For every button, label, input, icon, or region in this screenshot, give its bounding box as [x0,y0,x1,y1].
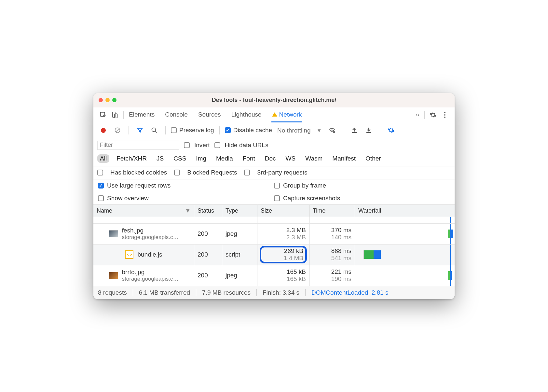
tab-console[interactable]: Console [164,108,188,122]
blocked-requests-label: Blocked Requests [187,169,237,176]
svg-point-4 [444,114,445,116]
truncated-row [93,217,455,224]
filter-input[interactable] [97,141,179,150]
cell-waterfall [355,245,455,265]
footer-resources: 7.9 MB resources [202,289,251,296]
group-by-frame-checkbox[interactable] [274,183,280,189]
svg-point-3 [444,112,445,113]
show-overview-label: Show overview [107,195,149,202]
filter-bar: Invert Hide data URLs [93,138,455,152]
column-status[interactable]: Status [194,205,222,217]
cell-size: 2.3 MB2.3 MB [257,224,309,244]
filter-type-wasm[interactable]: Wasm [303,154,325,163]
column-name[interactable]: Name▼ [93,205,194,217]
footer-finish: Finish: 3.34 s [263,289,299,296]
warning-icon [272,112,277,117]
tab-network[interactable]: Network [271,108,303,122]
download-har-icon[interactable] [363,124,375,136]
large-rows-label: Use large request rows [107,182,171,189]
filter-type-ws[interactable]: WS [283,154,298,163]
search-icon[interactable] [148,124,160,136]
image-thumbnail [109,230,118,237]
settings-icon[interactable] [427,109,439,121]
filter-type-doc[interactable]: Doc [262,154,279,163]
tab-sources[interactable]: Sources [198,108,222,122]
filter-type-all[interactable]: All [97,154,109,163]
table-row[interactable]: < >bundle.js200script269 kB1.4 MB868 ms5… [93,245,455,265]
filter-type-fetchxhr[interactable]: Fetch/XHR [114,154,149,163]
cell-waterfall [355,224,455,244]
group-by-frame-label: Group by frame [283,182,326,189]
inspect-element-icon[interactable] [97,109,109,121]
svg-rect-10 [366,132,371,133]
request-domain: storage.googleapis.c… [122,276,179,282]
close-window-button[interactable] [99,98,103,102]
panel-tabbar: ElementsConsoleSourcesLighthouseNetwork … [93,107,455,123]
column-waterfall[interactable]: Waterfall [355,205,455,217]
more-tabs-button[interactable]: » [413,108,422,122]
device-toolbar-icon[interactable] [109,109,121,121]
invert-checkbox[interactable] [184,142,190,148]
script-file-icon: < > [125,250,133,259]
image-thumbnail [109,272,118,279]
cell-waterfall [355,265,455,286]
filter-icon[interactable] [134,124,146,136]
tab-elements[interactable]: Elements [128,108,155,122]
cell-time: 868 ms541 ms [309,245,355,265]
footer-transferred: 6.1 MB transferred [139,289,190,296]
titlebar: DevTools - foul-heavenly-direction.glitc… [93,93,455,107]
record-button[interactable] [97,124,109,136]
capture-screenshots-checkbox[interactable] [274,195,280,201]
cell-time: 221 ms190 ms [309,265,355,286]
hide-data-urls-label: Hide data URLs [225,142,268,149]
filter-type-other[interactable]: Other [363,154,384,163]
devtools-window: DevTools - foul-heavenly-direction.glitc… [93,93,455,299]
filter-type-img[interactable]: Img [193,154,209,163]
cell-type: jpeg [222,224,257,244]
has-blocked-cookies-checkbox[interactable] [97,170,103,175]
third-party-checkbox[interactable] [244,170,250,175]
table-row[interactable]: fesh.jpgstorage.googleapis.c…200jpeg2.3 … [93,224,455,245]
filter-type-css[interactable]: CSS [171,154,189,163]
has-blocked-cookies-label: Has blocked cookies [110,169,167,176]
column-size[interactable]: Size [257,205,309,217]
table-row[interactable]: brrto.jpgstorage.googleapis.c…200jpeg165… [93,265,455,286]
status-bar: 8 requests 6.1 MB transferred 7.9 MB res… [93,286,455,299]
filter-type-media[interactable]: Media [213,154,236,163]
kebab-menu-icon[interactable] [439,109,451,121]
preserve-log-checkbox[interactable] [171,127,177,133]
invert-label: Invert [194,142,210,149]
maximize-window-button[interactable] [112,98,116,102]
network-settings-icon[interactable] [385,124,397,136]
disable-cache-label: Disable cache [233,127,272,134]
window-controls [99,98,116,102]
filter-type-js[interactable]: JS [154,154,166,163]
throttling-dropdown[interactable]: No throttling [275,126,323,135]
clear-icon[interactable] [112,124,123,136]
upload-har-icon[interactable] [349,124,360,136]
third-party-label: 3rd-party requests [257,169,307,176]
view-options-row1: ✓ Use large request rows Group by frame [93,179,455,192]
cell-status: 200 [194,245,222,265]
disable-cache-checkbox[interactable]: ✓ [225,127,231,133]
hide-data-urls-checkbox[interactable] [214,142,220,148]
table-header: Name▼ Status Type Size Time Waterfall [93,205,455,217]
cell-time: 370 ms140 ms [309,224,355,244]
cell-size: 269 kB1.4 MB [257,245,309,265]
network-conditions-icon[interactable] [326,124,338,136]
view-options-row2: Show overview Capture screenshots [93,192,455,205]
tab-lighthouse[interactable]: Lighthouse [231,108,262,122]
blocked-requests-checkbox[interactable] [174,170,180,175]
footer-domcontentloaded: DOMContentLoaded: 2.81 s [311,289,389,296]
column-time[interactable]: Time [309,205,355,217]
column-type[interactable]: Type [222,205,257,217]
filter-type-font[interactable]: Font [240,154,258,163]
show-overview-checkbox[interactable] [98,195,104,201]
minimize-window-button[interactable] [105,98,110,102]
size-highlight: 269 kB1.4 MB [260,246,307,263]
preserve-log-label: Preserve log [179,127,214,134]
large-rows-checkbox[interactable]: ✓ [98,183,104,189]
filter-type-manifest[interactable]: Manifest [330,154,358,163]
svg-point-5 [444,117,445,118]
cell-type: script [222,245,257,265]
